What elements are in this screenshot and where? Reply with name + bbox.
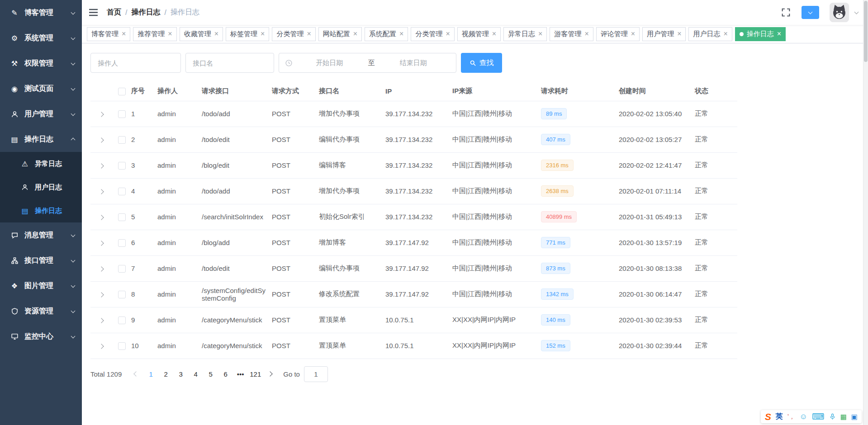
language-dropdown-button[interactable]	[802, 6, 819, 19]
language-mode-icon[interactable]: 英	[776, 412, 783, 421]
hamburger-icon[interactable]	[89, 9, 98, 16]
search-button[interactable]: 查找	[461, 53, 502, 73]
keyboard-icon[interactable]: ⌨	[812, 412, 824, 421]
sidebar-item-message-management[interactable]: 消息管理	[0, 222, 82, 248]
tab[interactable]: 分类管理 ×	[272, 27, 315, 41]
tab[interactable]: 推荐管理 ×	[133, 27, 176, 41]
select-all-checkbox[interactable]	[118, 88, 126, 95]
sidebar-item-operation-log-sub[interactable]: ▤ 操作日志	[0, 199, 82, 222]
page-number[interactable]: 3	[173, 367, 188, 381]
tab[interactable]: 操作日志 ×	[735, 27, 786, 41]
row-checkbox[interactable]	[118, 342, 126, 350]
scrollbar-track[interactable]	[863, 0, 868, 425]
api-name-input[interactable]	[185, 53, 274, 73]
tab[interactable]: 博客管理 ×	[87, 27, 130, 41]
expand-row-icon[interactable]	[99, 266, 104, 271]
sogou-logo-icon[interactable]: S	[765, 412, 771, 421]
operator-input[interactable]	[90, 53, 181, 73]
page-number[interactable]: 1	[143, 367, 158, 381]
tab[interactable]: 收藏管理 ×	[180, 27, 223, 41]
close-icon[interactable]: ×	[399, 30, 403, 38]
tab[interactable]: 异常日志 ×	[503, 27, 547, 41]
close-icon[interactable]: ×	[168, 30, 172, 38]
next-page-button[interactable]	[263, 367, 277, 381]
page-number[interactable]: 121	[248, 367, 263, 381]
expand-row-icon[interactable]	[99, 163, 104, 168]
close-icon[interactable]: ×	[677, 30, 681, 38]
close-icon[interactable]: ×	[261, 30, 265, 38]
expand-row-icon[interactable]	[99, 189, 104, 194]
row-checkbox[interactable]	[118, 265, 126, 273]
skin-icon[interactable]: ▦	[840, 413, 847, 421]
close-icon[interactable]: ×	[353, 30, 357, 38]
breadcrumb-operation-log[interactable]: 操作日志	[131, 8, 160, 17]
close-icon[interactable]: ×	[777, 30, 781, 38]
row-checkbox[interactable]	[118, 316, 126, 324]
sidebar-item-permission-management[interactable]: ⚒︎ 权限管理	[0, 51, 82, 76]
row-checkbox[interactable]	[118, 188, 126, 195]
emoji-icon[interactable]: ☺	[800, 412, 807, 421]
prev-page-button[interactable]	[129, 367, 143, 381]
close-icon[interactable]: ×	[492, 30, 496, 38]
sidebar-item-user-management[interactable]: 用户管理	[0, 101, 82, 127]
expand-row-icon[interactable]	[99, 137, 104, 142]
tab[interactable]: 游客管理 ×	[550, 27, 593, 41]
sidebar-item-monitor-center[interactable]: 监控中心	[0, 324, 82, 349]
fullscreen-icon[interactable]	[781, 8, 791, 17]
cell-created: 2020-02-01 07:11:14	[619, 178, 695, 204]
close-icon[interactable]: ×	[214, 30, 218, 38]
row-checkbox[interactable]	[118, 162, 126, 170]
expand-row-icon[interactable]	[99, 318, 104, 323]
row-checkbox[interactable]	[118, 213, 126, 221]
close-icon[interactable]: ×	[631, 30, 635, 38]
sidebar-item-exception-log[interactable]: ⚠︎ 异常日志	[0, 152, 82, 175]
goto-page-input[interactable]	[304, 366, 328, 382]
tab[interactable]: 用户日志 ×	[688, 27, 732, 41]
sidebar-item-test-page[interactable]: ◉ 测试页面	[0, 76, 82, 101]
sidebar-item-api-management[interactable]: 接口管理	[0, 248, 82, 273]
page-number[interactable]: 5	[203, 367, 218, 381]
sidebar-item-image-management[interactable]: ❖ 图片管理	[0, 273, 82, 298]
expand-row-icon[interactable]	[99, 215, 104, 220]
tab[interactable]: 用户管理 ×	[642, 27, 686, 41]
close-icon[interactable]: ×	[307, 30, 311, 38]
tab[interactable]: 网站配置 ×	[318, 27, 362, 41]
tab[interactable]: 视频管理 ×	[457, 27, 501, 41]
sidebar-item-operation-log[interactable]: ▤ 操作日志	[0, 127, 82, 152]
row-checkbox[interactable]	[118, 110, 126, 118]
punctuation-mode-icon[interactable]: ’，	[787, 413, 795, 421]
expand-row-icon[interactable]	[99, 344, 104, 349]
tab[interactable]: 标签管理 ×	[226, 27, 269, 41]
microphone-icon[interactable]	[829, 413, 836, 420]
avatar[interactable]	[830, 3, 849, 22]
close-icon[interactable]: ×	[723, 30, 727, 38]
page-number[interactable]: 2	[158, 367, 173, 381]
cell-ip-source: 中国|江西|赣州|移动	[452, 101, 541, 127]
tab[interactable]: 评论管理 ×	[596, 27, 640, 41]
sidebar-item-resource-management[interactable]: 资源管理	[0, 298, 82, 324]
avatar-dropdown-caret[interactable]	[853, 11, 858, 14]
date-range-picker[interactable]: 开始日期 至 结束日期	[279, 53, 456, 73]
close-icon[interactable]: ×	[538, 30, 542, 38]
expand-row-icon[interactable]	[99, 292, 104, 297]
expand-row-icon[interactable]	[99, 112, 104, 117]
tab[interactable]: 系统配置 ×	[365, 27, 408, 41]
expand-row-icon[interactable]	[99, 241, 104, 246]
sidebar-item-blog-management[interactable]: ✎ 博客管理	[0, 0, 82, 25]
scrollbar-thumb[interactable]	[864, 1, 868, 62]
page-number[interactable]: 4	[188, 367, 203, 381]
close-icon[interactable]: ×	[584, 30, 588, 38]
toolbox-icon[interactable]: ▣	[851, 413, 858, 421]
cell-method: POST	[272, 230, 319, 255]
breadcrumb-home[interactable]: 首页	[107, 8, 121, 17]
page-number[interactable]: 6	[218, 367, 233, 381]
row-checkbox[interactable]	[118, 239, 126, 247]
row-checkbox[interactable]	[118, 291, 126, 298]
close-icon[interactable]: ×	[122, 30, 126, 38]
sidebar-item-user-log[interactable]: 用户日志	[0, 175, 82, 199]
close-icon[interactable]: ×	[446, 30, 450, 38]
sidebar-item-system-management[interactable]: ⚙︎ 系统管理	[0, 25, 82, 51]
tab[interactable]: 分类管理 ×	[411, 27, 454, 41]
page-number[interactable]: •••	[233, 367, 248, 381]
row-checkbox[interactable]	[118, 136, 126, 144]
